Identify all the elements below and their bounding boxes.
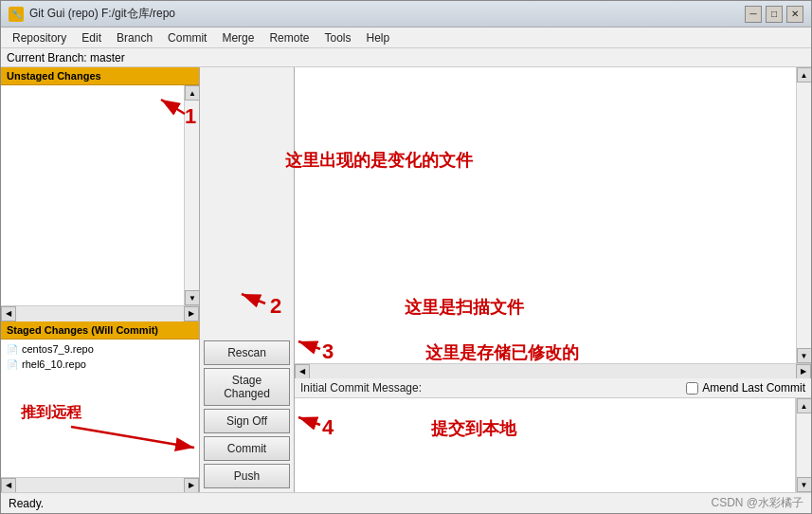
scroll-down-btn[interactable]: ▼ <box>185 290 199 305</box>
list-item[interactable]: 📄 rhel6_10.repo <box>5 357 195 372</box>
commit-scroll-up[interactable]: ▲ <box>797 398 812 413</box>
menu-tools[interactable]: Tools <box>316 29 358 46</box>
minimize-button[interactable]: ─ <box>745 6 762 23</box>
right-panel: ▲ ▼ ◀ ▶ Initial Commit Message: <box>295 67 811 492</box>
staged-section: Staged Changes (Will Commit) 📄 centos7_9… <box>1 321 199 492</box>
left-panel: Unstaged Changes ▲ ▼ ◀ ▶ Staged C <box>1 67 200 492</box>
commit-area: Initial Commit Message: Amend Last Commi… <box>295 378 811 492</box>
scroll-up-btn[interactable]: ▲ <box>185 85 199 101</box>
commit-scroll-down[interactable]: ▼ <box>797 477 812 492</box>
unstaged-scrollbar-v[interactable]: ▲ ▼ <box>184 85 199 305</box>
status-bar: Ready. CSDN @水彩橘子 <box>1 492 811 513</box>
commit-textarea[interactable] <box>295 398 796 492</box>
staged-header: Staged Changes (Will Commit) <box>1 321 199 340</box>
staged-scrollbar-h[interactable]: ◀ ▶ <box>1 477 199 492</box>
scroll-track2[interactable] <box>16 478 184 493</box>
push-button[interactable]: Push <box>204 464 290 488</box>
branch-bar: Current Branch: master <box>1 48 811 67</box>
file-icon: 📄 <box>7 344 18 355</box>
scroll-right-btn[interactable]: ▶ <box>184 306 199 321</box>
file-icon: 📄 <box>7 359 18 370</box>
list-item[interactable]: 📄 centos7_9.repo <box>5 341 195 357</box>
main-window: 🔧 Git Gui (repo) F:/git仓库/repo ─ □ ✕ Rep… <box>0 0 812 514</box>
unstaged-section: Unstaged Changes ▲ ▼ ◀ ▶ <box>1 67 199 321</box>
window-controls: ─ □ ✕ <box>745 6 803 23</box>
scroll-right-btn2[interactable]: ▶ <box>184 478 199 493</box>
scroll-track[interactable] <box>16 306 184 321</box>
diff-scroll-track-h[interactable] <box>310 364 796 379</box>
amend-check[interactable]: Amend Last Commit <box>686 381 805 395</box>
commit-message-area: ▲ ▼ <box>295 398 811 492</box>
scroll-left-btn[interactable]: ◀ <box>1 306 16 321</box>
menu-branch[interactable]: Branch <box>109 29 160 46</box>
main-area: Unstaged Changes ▲ ▼ ◀ ▶ Staged C <box>1 67 811 492</box>
amend-checkbox[interactable] <box>686 382 698 395</box>
menu-repository[interactable]: Repository <box>5 29 74 46</box>
commit-message-label: Initial Commit Message: <box>300 381 422 395</box>
menu-merge[interactable]: Merge <box>214 29 262 46</box>
watermark: CSDN @水彩橘子 <box>711 495 803 511</box>
diff-scroll-right[interactable]: ▶ <box>796 364 811 379</box>
menu-remote[interactable]: Remote <box>262 29 316 46</box>
current-branch-label: Current Branch: master <box>7 51 125 64</box>
title-bar: 🔧 Git Gui (repo) F:/git仓库/repo ─ □ ✕ <box>1 1 811 28</box>
commit-button[interactable]: Commit <box>204 436 290 461</box>
rescan-button[interactable]: Rescan <box>204 340 290 365</box>
diff-scrollbar-h[interactable]: ◀ ▶ <box>295 363 811 378</box>
buttons-panel: Rescan Stage Changed Sign Off Commit Pus… <box>200 67 295 492</box>
diff-content[interactable] <box>295 67 796 363</box>
file-name: centos7_9.repo <box>22 343 94 355</box>
app-icon: 🔧 <box>9 7 24 22</box>
unstaged-scrollbar-h[interactable]: ◀ ▶ <box>1 305 199 321</box>
status-text: Ready. <box>9 497 44 510</box>
diff-scroll-up[interactable]: ▲ <box>797 67 812 83</box>
window-title: Git Gui (repo) F:/git仓库/repo <box>29 6 745 22</box>
unstaged-header: Unstaged Changes <box>1 67 199 85</box>
scroll-left-btn2[interactable]: ◀ <box>1 478 16 493</box>
commit-header: Initial Commit Message: Amend Last Commi… <box>295 378 811 398</box>
diff-area-wrapper: ▲ ▼ <box>295 67 811 363</box>
sign-off-button[interactable]: Sign Off <box>204 409 290 433</box>
amend-label: Amend Last Commit <box>702 381 805 395</box>
diff-scrollbar-v[interactable]: ▲ ▼ <box>796 67 811 363</box>
staged-content[interactable]: 📄 centos7_9.repo 📄 rhel6_10.repo <box>1 340 199 477</box>
stage-changed-button[interactable]: Stage Changed <box>204 368 290 406</box>
diff-scroll-left[interactable]: ◀ <box>295 364 310 379</box>
maximize-button[interactable]: □ <box>766 6 783 23</box>
file-name: rhel6_10.repo <box>22 358 86 370</box>
diff-main: ▲ ▼ ◀ ▶ <box>295 67 811 378</box>
unstaged-content[interactable]: ▲ ▼ <box>1 85 199 305</box>
menu-commit[interactable]: Commit <box>160 29 214 46</box>
menu-edit[interactable]: Edit <box>74 29 109 46</box>
commit-scrollbar-v[interactable]: ▲ ▼ <box>796 398 811 492</box>
close-button[interactable]: ✕ <box>786 6 803 23</box>
menu-help[interactable]: Help <box>358 29 397 46</box>
menubar: Repository Edit Branch Commit Merge Remo… <box>1 28 811 48</box>
diff-scroll-down[interactable]: ▼ <box>797 348 812 363</box>
